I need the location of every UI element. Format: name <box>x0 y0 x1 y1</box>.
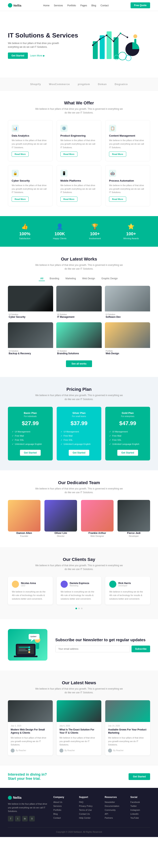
offer-btn-4[interactable]: Read More <box>60 196 77 202</box>
nav-contact[interactable]: Contact <box>100 4 108 7</box>
plan-features-gold: UI Management Free Mail Free SSL Unlimit… <box>109 430 146 446</box>
plan-name-silver: Silver Plan <box>61 411 98 414</box>
newsletter-image: Update! <box>8 629 48 660</box>
works-tab-0[interactable]: All <box>39 276 45 281</box>
footer-link-0-4[interactable]: Contact <box>53 817 73 819</box>
nav-pages[interactable]: Pages <box>81 4 87 7</box>
footer-link-3-4[interactable]: YouTube <box>130 817 150 819</box>
works-tab-2[interactable]: Marketing <box>64 276 77 281</box>
social-facebook-icon[interactable]: f <box>8 816 13 822</box>
works-tab-4[interactable]: Graphic Design <box>100 276 119 281</box>
newsletter-email-input[interactable] <box>55 646 130 652</box>
offer-icon-5: 🤖 <box>109 170 116 177</box>
offer-btn-2[interactable]: Read More <box>109 152 126 157</box>
plan-feature-gold-0: UI Management <box>109 430 146 434</box>
offer-description: We believe in four pillars of that drive… <box>35 107 123 115</box>
svg-rect-20 <box>19 649 26 650</box>
team-section: Our Dedicated Team We believe in four pi… <box>0 470 158 547</box>
footer-link-0-3[interactable]: Blog <box>53 813 73 815</box>
offer-title-1: Product Engineering <box>60 134 98 137</box>
news-title-2[interactable]: Available Grows For Your Product Marketi… <box>108 728 147 735</box>
hero-cta-primary[interactable]: Get Started <box>8 53 28 59</box>
nav-cta-button[interactable]: Free Quote <box>131 2 150 8</box>
footer-link-0-2[interactable]: Portfolio <box>53 809 73 811</box>
nav-home[interactable]: Home <box>43 4 50 7</box>
news-author-avatar-0 <box>11 749 14 752</box>
see-all-works-button[interactable]: See all works <box>66 361 92 367</box>
works-tabs: All Branding Marketing Web Design Graphi… <box>8 276 150 281</box>
news-description: We believe in four pillars of that drive… <box>35 687 123 694</box>
plan-feature-basic-1: Free Mail <box>12 434 49 438</box>
works-tab-3[interactable]: Web Design <box>81 276 97 281</box>
dot-0[interactable] <box>75 608 77 609</box>
plan-btn-gold[interactable]: Get Started <box>117 450 138 456</box>
newsletter-subscribe-button[interactable]: Subscribe <box>131 646 150 652</box>
footer-link-1-3[interactable]: Contact Us <box>79 813 99 815</box>
offer-title-2: Content Management <box>109 134 146 137</box>
hero-section: IT Solutions & Services We believe in fo… <box>0 11 158 78</box>
logo[interactable]: Nellia <box>8 3 21 7</box>
news-title-1[interactable]: What Is The Exact Solution For Your IT &… <box>59 728 99 735</box>
works-tab-1[interactable]: Branding <box>48 276 61 281</box>
work-category-2: UI Solution <box>106 313 149 316</box>
footer-link-3-2[interactable]: Instagram <box>130 809 150 811</box>
dot-2[interactable] <box>81 608 83 609</box>
footer-link-2-4[interactable]: Partners <box>105 817 124 819</box>
hero-text: IT Solutions & Services We believe in fo… <box>8 32 79 59</box>
social-twitter-icon[interactable]: t <box>15 816 21 822</box>
footer-link-3-0[interactable]: Facebook <box>130 801 150 803</box>
plan-btn-silver[interactable]: Get Started <box>69 450 90 456</box>
work-card-3: UI Solution Backup & Recovery <box>8 322 53 355</box>
footer-link-2-3[interactable]: API <box>105 813 124 815</box>
hero-learn-more[interactable]: Learn More ▶ <box>30 54 45 57</box>
footer: Nellia We believe in the four pillars of… <box>0 788 158 837</box>
social-instagram-icon[interactable]: in <box>22 816 28 822</box>
plan-feature-gold-3: Unlimited Language English <box>109 442 146 446</box>
cta-button[interactable]: Get Started <box>129 773 150 780</box>
footer-link-0-1[interactable]: Services <box>53 805 73 807</box>
footer-link-1-2[interactable]: Terms of Use <box>79 809 99 811</box>
pricing-heading: Pricing Plan <box>8 387 150 392</box>
stat-icon-1: 👤 <box>53 223 66 230</box>
footer-link-0-0[interactable]: About Us <box>53 801 73 803</box>
svg-rect-19 <box>19 647 29 648</box>
footer-link-3-3[interactable]: LinkedIn <box>130 813 150 815</box>
team-role-3: Developer <box>118 535 150 537</box>
footer-link-1-4[interactable]: Help Center <box>79 817 99 819</box>
clients-section: Our Clients Say We believe in four pilla… <box>0 547 158 619</box>
work-title-3: Backup & Recovery <box>9 352 52 355</box>
social-links: f t in li <box>8 816 48 822</box>
stat-icon-2: 🏆 <box>89 223 101 230</box>
footer-link-2-0[interactable]: Newsletter <box>105 801 124 803</box>
nav-services[interactable]: Services <box>54 4 63 7</box>
work-info-0: UI Solution Cyber Security <box>8 311 53 319</box>
news-title-0[interactable]: Modern Web Design For Small Agency & Cli… <box>11 728 50 735</box>
footer-link-1-1[interactable]: Privacy Policy <box>79 805 99 807</box>
dot-1[interactable] <box>78 608 80 609</box>
news-author-avatar-2 <box>108 749 112 752</box>
work-image-2 <box>105 286 150 311</box>
team-photo-0 <box>8 500 40 531</box>
offer-btn-5[interactable]: Read More <box>109 196 126 202</box>
svg-marker-25 <box>31 640 34 642</box>
nav-portfolio[interactable]: Portfolio <box>67 4 76 7</box>
news-excerpt-2: We believe in four pillars of that drive… <box>108 736 147 747</box>
footer-logo: Nellia <box>8 796 48 800</box>
brand-3: Dokan <box>98 83 107 86</box>
footer-link-3-1[interactable]: Twitter <box>130 805 150 807</box>
plan-btn-basic[interactable]: Get Started <box>20 450 41 456</box>
offer-btn-1[interactable]: Read More <box>60 152 77 157</box>
work-image-3 <box>8 322 53 348</box>
work-info-4: UI Solution Branding Solutions <box>56 348 101 355</box>
team-name-0: Damon Allen <box>8 531 40 534</box>
offer-btn-0[interactable]: Read More <box>12 152 29 157</box>
nav-blog[interactable]: Blog <box>91 4 96 7</box>
footer-link-2-2[interactable]: Community <box>105 809 124 811</box>
svg-rect-15 <box>134 39 136 44</box>
footer-link-2-1[interactable]: Documentation <box>105 805 124 807</box>
news-heading: Our Latest News <box>8 680 150 685</box>
offer-btn-3[interactable]: Read More <box>12 196 29 202</box>
client-text-2: We believe in everything we do the 4th r… <box>109 590 146 600</box>
footer-link-1-0[interactable]: FAQ <box>79 801 99 803</box>
social-linkedin-icon[interactable]: li <box>29 816 35 822</box>
